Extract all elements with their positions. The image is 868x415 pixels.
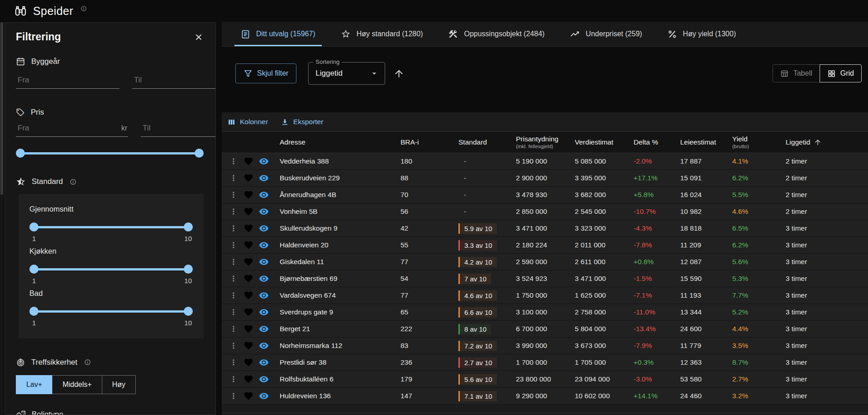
table-row[interactable]: Ånnerudhagen 4B 70 - 3 478 930 3 682 000… — [222, 187, 868, 203]
eye-icon[interactable] — [259, 307, 269, 317]
treffsikkerhet-option-middels[interactable]: Middels+ — [52, 375, 102, 394]
table-row[interactable]: Vedderheia 388 180 - 5 190 000 5 085 000… — [222, 153, 868, 170]
bad-range-slider[interactable] — [30, 307, 192, 316]
eye-icon[interactable] — [259, 223, 269, 233]
grid-view-button[interactable]: Grid — [820, 64, 862, 82]
eye-icon[interactable] — [259, 341, 269, 351]
table-row[interactable]: Buskerudveien 229 88 - 2 900 000 3 395 0… — [222, 170, 868, 187]
heart-icon[interactable] — [243, 223, 253, 233]
heart-icon[interactable] — [243, 357, 253, 367]
sort-select[interactable]: Sortering Liggetid — [308, 62, 385, 85]
heart-icon[interactable] — [243, 173, 253, 183]
table-row[interactable]: Vonheim 5B 56 - 2 850 000 2 545 000 -10.… — [222, 203, 868, 220]
eye-icon[interactable] — [259, 190, 269, 200]
heart-icon[interactable] — [243, 341, 253, 351]
pris-range-slider[interactable] — [17, 149, 203, 158]
slider-max-handle[interactable] — [184, 265, 193, 274]
row-menu-kebab-icon[interactable] — [229, 274, 238, 283]
sidebar-scrollbar[interactable] — [0, 22, 4, 415]
table-row[interactable]: Huldreveien 136 147 7.1 av 10 9 290 000 … — [222, 388, 868, 405]
header-bra[interactable]: BRA-i — [397, 138, 455, 146]
row-menu-kebab-icon[interactable] — [229, 174, 238, 183]
eye-icon[interactable] — [259, 357, 269, 367]
heart-icon[interactable] — [243, 257, 253, 267]
table-row[interactable]: Berget 21 222 8 av 10 6 700 000 5 804 00… — [222, 321, 868, 338]
row-menu-kebab-icon[interactable] — [229, 291, 238, 300]
pris-slider-min-handle[interactable] — [16, 149, 25, 158]
heart-icon[interactable] — [243, 156, 253, 166]
header-prisantydning[interactable]: Prisantydning (inkl. fellesgjeld) — [512, 135, 571, 150]
app-info-icon[interactable] — [81, 5, 87, 12]
row-menu-kebab-icon[interactable] — [229, 358, 238, 367]
row-menu-kebab-icon[interactable] — [229, 308, 238, 317]
standard-info-icon[interactable] — [70, 179, 76, 185]
table-row[interactable]: Bjørnebærstien 69 54 7 av 10 3 524 923 3… — [222, 270, 868, 287]
pris-to-input[interactable] — [142, 123, 216, 133]
eye-icon[interactable] — [259, 207, 269, 217]
pris-slider-max-handle[interactable] — [195, 149, 204, 158]
slider-min-handle[interactable] — [29, 222, 38, 232]
row-menu-kebab-icon[interactable] — [229, 241, 238, 250]
pris-from-input[interactable] — [17, 123, 119, 133]
eye-icon[interactable] — [259, 374, 269, 384]
heart-icon[interactable] — [243, 190, 253, 200]
byggear-to-input[interactable] — [133, 75, 216, 85]
eye-icon[interactable] — [259, 290, 269, 300]
heart-icon[interactable] — [243, 324, 253, 334]
heart-icon[interactable] — [243, 391, 253, 401]
heart-icon[interactable] — [243, 274, 253, 284]
row-menu-kebab-icon[interactable] — [229, 157, 238, 166]
treffsikkerhet-option-hoy[interactable]: Høy — [102, 375, 136, 394]
heart-icon[interactable] — [243, 240, 253, 250]
gjennomsnitt-range-slider[interactable] — [30, 222, 192, 232]
table-row[interactable]: Vardalsvegen 674 77 4.6 av 10 1 750 000 … — [222, 287, 868, 304]
tab-ditt-utvalg[interactable]: Ditt utvalg (15967) — [228, 22, 328, 46]
hide-filter-button[interactable]: Skjul filter — [235, 63, 296, 83]
slider-max-handle[interactable] — [184, 222, 193, 232]
table-row[interactable]: Haldenveien 20 55 3.3 av 10 2 180 224 2 … — [222, 237, 868, 254]
row-menu-kebab-icon[interactable] — [229, 257, 238, 266]
eye-icon[interactable] — [259, 257, 269, 267]
heart-icon[interactable] — [243, 290, 253, 300]
treffsikkerhet-info-icon[interactable] — [84, 359, 91, 366]
eye-icon[interactable] — [259, 156, 269, 166]
treffsikkerhet-option-lav[interactable]: Lav+ — [16, 375, 52, 394]
tab-oppussingsobjekt[interactable]: Oppussingsobjekt (2484) — [435, 22, 557, 46]
tab-hoy-yield[interactable]: Høy yield (1300) — [655, 22, 749, 46]
sidebar-scrollbar-thumb[interactable] — [0, 22, 3, 195]
header-standard[interactable]: Standard — [455, 138, 512, 146]
slider-min-handle[interactable] — [29, 307, 38, 316]
header-leieestimat[interactable]: Leieestimat — [677, 138, 729, 146]
table-row[interactable]: Sverdrups gate 9 65 6.6 av 10 3 100 000 … — [222, 304, 868, 321]
close-icon[interactable] — [194, 32, 204, 42]
row-menu-kebab-icon[interactable] — [229, 190, 238, 199]
kjokken-range-slider[interactable] — [30, 265, 192, 274]
byggear-from-input[interactable] — [17, 75, 119, 85]
header-adresse[interactable]: Adresse — [278, 138, 397, 146]
row-menu-kebab-icon[interactable] — [229, 375, 238, 384]
table-row[interactable]: Giskedalen 11 77 4.2 av 10 2 590 000 2 6… — [222, 254, 868, 270]
columns-button[interactable]: Kolonner — [227, 118, 268, 126]
eye-icon[interactable] — [259, 391, 269, 401]
table-row[interactable]: Norheimsmarka 112 83 7.2 av 10 3 990 000… — [222, 338, 868, 354]
table-row[interactable]: Prestlidi sør 38 236 2.7 av 10 1 700 000… — [222, 354, 868, 371]
eye-icon[interactable] — [259, 274, 269, 284]
eye-icon[interactable] — [259, 173, 269, 183]
table-row[interactable]: Rolfsbuktalléen 6 179 5.6 av 10 23 800 0… — [222, 371, 868, 388]
header-yield[interactable]: Yield (brutto) — [729, 135, 782, 150]
heart-icon[interactable] — [243, 307, 253, 317]
table-view-button[interactable]: Tabell — [773, 64, 820, 82]
heart-icon[interactable] — [243, 207, 253, 217]
row-menu-kebab-icon[interactable] — [229, 324, 238, 333]
export-button[interactable]: Eksporter — [281, 118, 323, 126]
row-menu-kebab-icon[interactable] — [229, 207, 238, 216]
tab-hoy-standard[interactable]: Høy standard (1280) — [328, 22, 436, 46]
row-menu-kebab-icon[interactable] — [229, 224, 238, 233]
tab-underpriset[interactable]: Underpriset (259) — [557, 22, 655, 46]
table-row[interactable]: Skullerudskogen 9 42 5.9 av 10 3 471 000… — [222, 220, 868, 237]
eye-icon[interactable] — [259, 324, 269, 334]
slider-min-handle[interactable] — [29, 265, 38, 274]
slider-max-handle[interactable] — [184, 307, 193, 316]
sort-direction-button[interactable] — [393, 68, 405, 79]
header-verdiestimat[interactable]: Verdiestimat — [571, 138, 630, 146]
